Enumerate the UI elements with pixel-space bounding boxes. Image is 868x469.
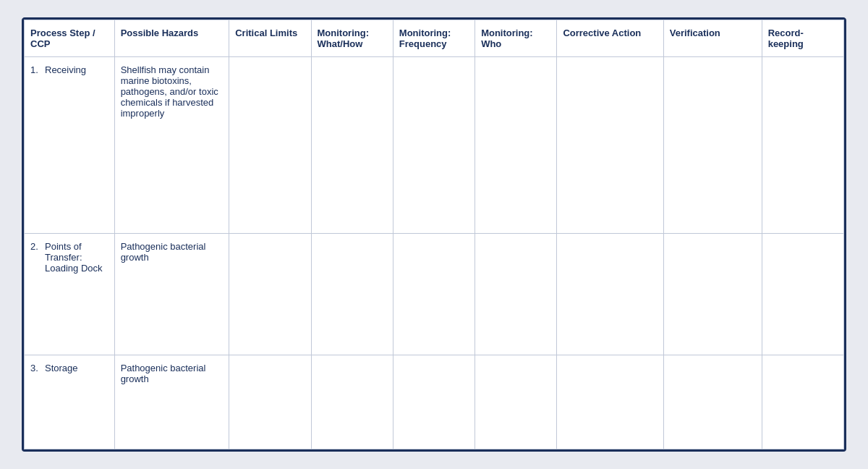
header-process-step: Process Step / CCP (25, 20, 115, 57)
row2-who (475, 234, 557, 355)
row1-critical (229, 57, 311, 234)
row1-record (762, 57, 843, 234)
header-monitoring-freq: Monitoring: Frequency (393, 20, 475, 57)
row3-verification (663, 355, 762, 449)
header-corrective-action: Corrective Action (557, 20, 663, 57)
row2-what (311, 234, 393, 355)
row3-critical (229, 355, 311, 449)
row3-step-name: Storage (45, 363, 78, 373)
header-verification: Verification (663, 20, 762, 57)
row3-freq (393, 355, 475, 449)
row2-freq (393, 234, 475, 355)
header-critical-limits: Critical Limits (229, 20, 311, 57)
row2-step-name: Points of Transfer: Loading Dock (45, 241, 109, 274)
row1-corrective (557, 57, 663, 234)
row2-corrective (557, 234, 663, 355)
row2-critical (229, 234, 311, 355)
row1-process-step: 1. Receiving (25, 57, 115, 234)
row1-step-name: Receiving (45, 64, 86, 75)
row3-record (762, 355, 843, 449)
row3-process-step: 3. Storage (25, 355, 115, 449)
row2-verification (663, 234, 762, 355)
row1-hazards: Shellfish may contain marine biotoxins, … (114, 57, 229, 234)
header-possible-hazards: Possible Hazards (114, 20, 229, 57)
row2-process-step: 2. Points of Transfer: Loading Dock (25, 234, 115, 355)
row1-what (311, 57, 393, 234)
row3-what (311, 355, 393, 449)
row3-corrective (557, 355, 663, 449)
haccp-table-wrapper: Process Step / CCP Possible Hazards Crit… (22, 17, 846, 452)
header-recordkeeping: Record-keeping (762, 20, 843, 57)
row1-verification (663, 57, 762, 234)
row3-step-num: 3. (30, 363, 42, 373)
header-monitoring-what: Monitoring: What/How (311, 20, 393, 57)
haccp-table: Process Step / CCP Possible Hazards Crit… (24, 20, 844, 449)
table-row: 2. Points of Transfer: Loading Dock Path… (25, 234, 844, 355)
row2-record (762, 234, 843, 355)
table-row: 1. Receiving Shellfish may contain marin… (25, 57, 844, 234)
row1-freq (393, 57, 475, 234)
row2-step-num: 2. (30, 241, 42, 274)
row3-hazards: Pathogenic bacterial growth (114, 355, 229, 449)
row3-who (475, 355, 557, 449)
table-row: 3. Storage Pathogenic bacterial growth (25, 355, 844, 449)
header-monitoring-who: Monitoring: Who (475, 20, 557, 57)
row1-step-num: 1. (30, 64, 42, 75)
row2-hazards: Pathogenic bacterial growth (114, 234, 229, 355)
row1-who (475, 57, 557, 234)
